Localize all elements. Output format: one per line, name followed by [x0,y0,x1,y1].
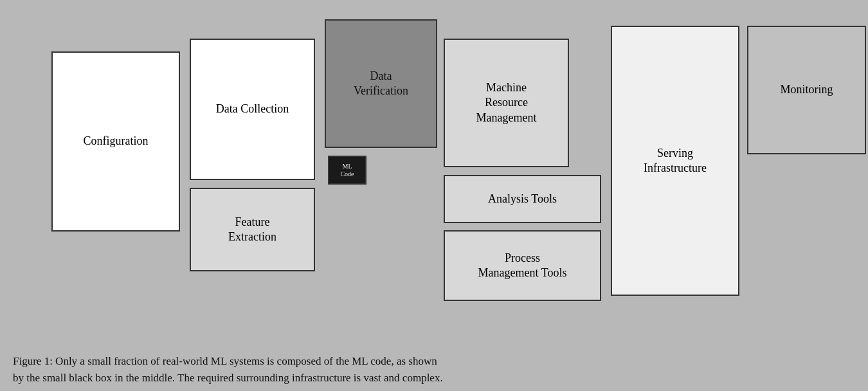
configuration-label: Configuration [84,134,149,149]
data-collection-label: Data Collection [216,102,289,116]
figure-caption: Figure 1: Only a small fraction of real-… [13,353,855,386]
process-management-box: Process Management Tools [444,230,601,301]
monitoring-box: Monitoring [747,26,866,154]
ml-code-box: ML Code [328,156,366,185]
data-collection-box: Data Collection [190,39,315,180]
monitoring-label: Monitoring [780,82,833,97]
feature-extraction-label: Feature Extraction [228,215,276,245]
configuration-box: Configuration [51,51,180,232]
feature-extraction-box: Feature Extraction [190,188,315,271]
diagram-area: Configuration Data Collection Data Verif… [51,19,817,327]
data-verification-box: Data Verification [325,19,437,148]
analysis-tools-label: Analysis Tools [488,192,557,206]
ml-code-label: ML Code [340,163,354,178]
serving-label: Serving Infrastructure [644,146,707,176]
machine-resource-label: Machine Resource Management [476,80,537,125]
analysis-tools-box: Analysis Tools [444,175,601,223]
process-management-label: Process Management Tools [478,251,567,281]
data-verification-label: Data Verification [354,69,408,99]
machine-resource-box: Machine Resource Management [444,39,569,167]
caption-text: Figure 1: Only a small fraction of real-… [13,355,443,384]
serving-infrastructure-box: Serving Infrastructure [611,26,739,296]
